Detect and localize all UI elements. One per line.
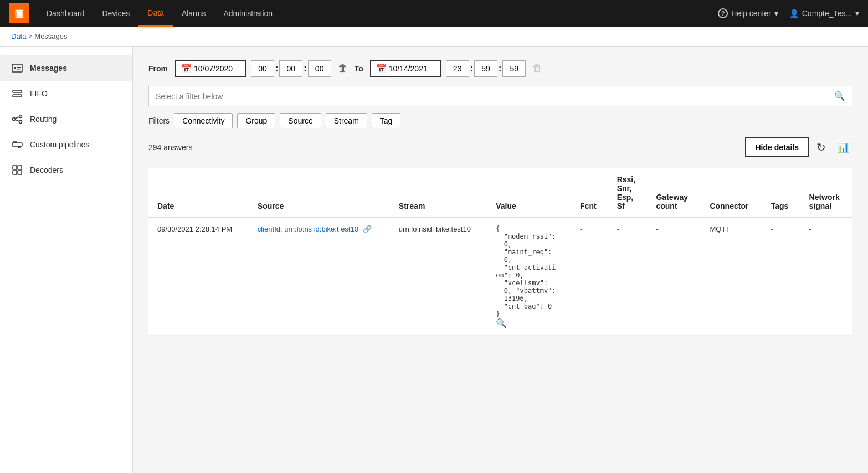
help-chevron: ▾ bbox=[774, 9, 778, 18]
col-rssi: Rssi,Snr,Esp,Sf bbox=[608, 168, 648, 218]
to-time-group: : : bbox=[446, 60, 526, 77]
svg-rect-0 bbox=[12, 64, 22, 72]
routing-icon bbox=[11, 113, 23, 125]
svg-point-1 bbox=[14, 67, 16, 69]
from-clear-button[interactable]: 🗑 bbox=[336, 60, 350, 76]
custom-pipelines-icon bbox=[11, 138, 23, 151]
cell-stream: urn:lo:nsid: bike:test10 bbox=[390, 218, 487, 336]
col-fcnt: Fcnt bbox=[571, 168, 608, 218]
sidebar-fifo-label: FIFO bbox=[30, 89, 48, 98]
svg-point-6 bbox=[13, 118, 16, 121]
export-button[interactable]: 📊 bbox=[834, 139, 852, 156]
nav-devices[interactable]: Devices bbox=[94, 0, 139, 27]
col-tags: Tags bbox=[762, 168, 800, 218]
svg-rect-16 bbox=[13, 171, 17, 174]
table-header-row: Date Source Stream Value Fcnt Rssi,Snr,E… bbox=[148, 168, 852, 218]
date-filter-row: From 📅 : : 🗑 To 📅 : : bbox=[148, 60, 852, 77]
hide-details-button[interactable]: Hide details bbox=[745, 137, 809, 157]
to-clear-button[interactable]: 🗑 bbox=[530, 60, 545, 76]
from-time-group: : : bbox=[251, 60, 331, 77]
svg-rect-11 bbox=[12, 143, 22, 146]
cell-connector: MQTT bbox=[701, 218, 762, 336]
user-icon: 👤 bbox=[789, 9, 799, 18]
help-center-button[interactable]: ? Help center ▾ bbox=[718, 8, 778, 18]
sidebar-item-routing[interactable]: Routing bbox=[0, 106, 132, 132]
from-hour-field[interactable] bbox=[251, 60, 274, 77]
search-bar: 🔍 bbox=[148, 86, 852, 106]
page-layout: Messages FIFO Routing bbox=[0, 47, 868, 473]
source-link-icon[interactable]: 🔗 bbox=[363, 225, 371, 233]
sidebar-messages-label: Messages bbox=[30, 64, 67, 73]
cell-rssi: - bbox=[608, 218, 648, 336]
nav-alarms[interactable]: Alarms bbox=[173, 0, 215, 27]
svg-rect-5 bbox=[13, 95, 22, 97]
filter-chip-source[interactable]: Source bbox=[280, 113, 321, 128]
to-sec-field[interactable] bbox=[502, 60, 526, 77]
nav-dashboard[interactable]: Dashboard bbox=[38, 0, 94, 27]
svg-rect-17 bbox=[18, 171, 22, 174]
col-date: Date bbox=[148, 168, 249, 218]
svg-rect-2 bbox=[17, 67, 21, 68]
sidebar-decoders-label: Decoders bbox=[30, 166, 63, 174]
sidebar-custom-pipelines-label: Custom pipelines bbox=[30, 140, 89, 149]
cell-tags: - bbox=[762, 218, 800, 336]
zoom-icon[interactable]: 🔍 bbox=[496, 318, 507, 328]
svg-point-7 bbox=[19, 115, 22, 118]
filter-chip-stream[interactable]: Stream bbox=[326, 113, 367, 128]
sidebar-item-fifo[interactable]: FIFO bbox=[0, 81, 132, 106]
col-network-signal: Networksignal bbox=[800, 168, 852, 218]
svg-line-10 bbox=[16, 120, 19, 121]
results-count: 294 answers bbox=[148, 143, 192, 152]
filter-chip-group[interactable]: Group bbox=[237, 113, 275, 128]
decoders-icon bbox=[11, 164, 23, 176]
sidebar-item-decoders[interactable]: Decoders bbox=[0, 157, 132, 183]
from-calendar-icon[interactable]: 📅 bbox=[181, 63, 192, 74]
breadcrumb-parent[interactable]: Data bbox=[11, 32, 26, 40]
to-sep2: : bbox=[499, 64, 501, 74]
to-label: To bbox=[355, 64, 366, 73]
col-stream: Stream bbox=[390, 168, 487, 218]
filter-chip-tag[interactable]: Tag bbox=[372, 113, 401, 128]
svg-point-8 bbox=[19, 121, 22, 124]
messages-table: Date Source Stream Value Fcnt Rssi,Snr,E… bbox=[148, 168, 852, 336]
cell-gateway-count: - bbox=[647, 218, 701, 336]
user-menu[interactable]: 👤 Compte_Tes... ▾ bbox=[789, 9, 859, 18]
nav-data[interactable]: Data bbox=[138, 0, 173, 27]
to-calendar-icon[interactable]: 📅 bbox=[376, 63, 387, 74]
from-date-field[interactable] bbox=[194, 64, 241, 73]
cell-network-signal: - bbox=[800, 218, 852, 336]
fifo-icon bbox=[11, 88, 23, 100]
from-min-field[interactable] bbox=[279, 60, 302, 77]
nav-links: Dashboard Devices Data Alarms Administra… bbox=[38, 0, 718, 27]
from-sec-field[interactable] bbox=[308, 60, 331, 77]
user-label: Compte_Tes... bbox=[802, 9, 852, 18]
cell-source: clientId: urn:lo:ns id:bike:t est10 🔗 bbox=[249, 218, 390, 336]
to-min-field[interactable] bbox=[474, 60, 497, 77]
results-actions: Hide details ↻ 📊 bbox=[745, 137, 852, 157]
to-date-field[interactable] bbox=[389, 64, 436, 73]
svg-line-9 bbox=[16, 117, 19, 119]
svg-rect-4 bbox=[13, 90, 22, 92]
from-date-input-group: 📅 bbox=[175, 60, 246, 77]
breadcrumb: Data > Messages bbox=[0, 27, 868, 47]
svg-rect-15 bbox=[18, 166, 22, 169]
col-connector: Connector bbox=[701, 168, 762, 218]
col-value: Value bbox=[487, 168, 571, 218]
sidebar-item-custom-pipelines[interactable]: Custom pipelines bbox=[0, 132, 132, 157]
svg-rect-14 bbox=[13, 166, 17, 169]
nav-administration[interactable]: Administration bbox=[214, 0, 281, 27]
svg-rect-12 bbox=[14, 141, 16, 143]
to-hour-field[interactable] bbox=[446, 60, 469, 77]
filters-label: Filters bbox=[148, 116, 170, 125]
breadcrumb-current: Messages bbox=[34, 32, 67, 40]
top-navigation: ▣ Dashboard Devices Data Alarms Administ… bbox=[0, 0, 868, 27]
breadcrumb-separator: > bbox=[28, 32, 34, 40]
from-sep1: : bbox=[275, 64, 278, 74]
sidebar-item-messages[interactable]: Messages bbox=[0, 55, 132, 81]
source-value: clientId: urn:lo:ns id:bike:t est10 bbox=[258, 225, 358, 233]
search-input[interactable] bbox=[156, 92, 834, 101]
results-row: 294 answers Hide details ↻ 📊 bbox=[148, 137, 852, 157]
cell-value: { "modem_rssi": 0, "maint_req": 0, "cnt_… bbox=[487, 218, 571, 336]
refresh-button[interactable]: ↻ bbox=[813, 138, 829, 156]
filter-chip-connectivity[interactable]: Connectivity bbox=[174, 113, 233, 128]
